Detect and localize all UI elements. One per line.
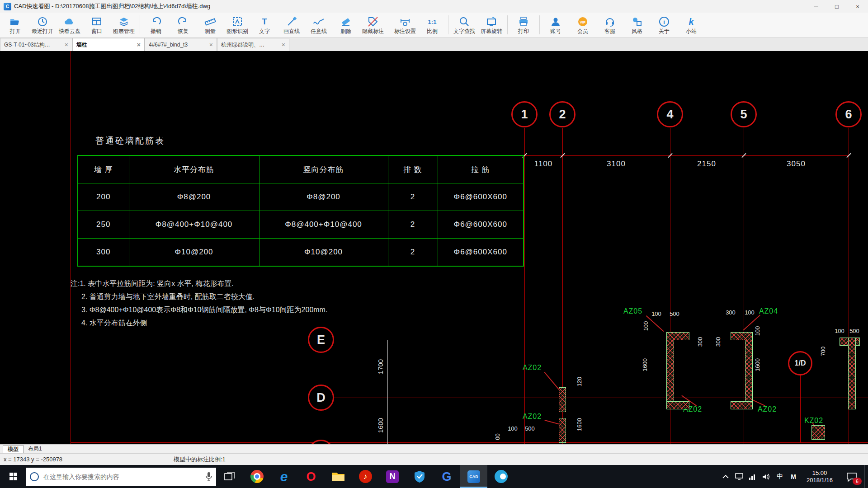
maximize-button[interactable]: □ [826, 0, 847, 13]
start-button[interactable] [0, 465, 26, 488]
svg-text:k: k [689, 17, 694, 27]
table-cell: Φ6@600X600 [438, 239, 524, 267]
tray-pc-button[interactable] [732, 465, 746, 488]
print-button[interactable]: 打印 [510, 13, 537, 37]
document-tab[interactable]: 4#6#7#_bind_t3 × [145, 38, 217, 51]
account-button[interactable]: 账号 [542, 13, 569, 37]
toolbar-label: 关于 [659, 28, 670, 34]
grid-line [800, 375, 801, 443]
k-logo-icon: k [686, 16, 697, 28]
tray-expand-button[interactable] [719, 465, 732, 488]
close-icon[interactable]: × [65, 41, 68, 48]
layer-manager-button[interactable]: 图层管理 [110, 13, 137, 37]
taskbar-clock[interactable]: 15:00 2018/1/16 [800, 469, 839, 484]
taskbar-app-music[interactable]: ♪ [352, 465, 379, 488]
shape-recognition-button[interactable]: 图形识别 [224, 13, 251, 37]
taskbar-app-security[interactable] [406, 465, 433, 488]
grid-line [71, 51, 71, 444]
system-tray: 中 M 15:00 2018/1/16 6 [719, 465, 868, 488]
cursor-coordinates: x = 17343 y = -250978 [4, 456, 166, 463]
table-cell: Φ8@400+Φ10@400 [259, 211, 388, 239]
app-window: C CAD快速看图 - D:\20170608施工图出图归档\02结构\地上\4… [0, 0, 868, 488]
recognition-icon [232, 16, 243, 28]
taskbar-app-file-explorer[interactable] [325, 465, 352, 488]
delete-button[interactable]: 删除 [332, 13, 359, 37]
task-view-button[interactable] [216, 465, 243, 488]
blue-app-icon [495, 470, 508, 483]
table-cell: 250 [78, 211, 129, 239]
windows-taskbar: e O ♪ N G CAD [0, 465, 868, 488]
text-button[interactable]: T 文字 [251, 13, 278, 37]
input-method-indicator[interactable]: 中 [773, 465, 787, 488]
grid-bubble: 5 [731, 101, 757, 127]
style-button[interactable]: 风格 [623, 13, 651, 37]
draw-line-button[interactable]: 画直线 [278, 13, 305, 37]
redo-button[interactable]: 恢复 [170, 13, 197, 37]
toolbar-label: 文字查找 [453, 28, 475, 34]
table-header-cell: 竖向分布筋 [259, 155, 388, 183]
close-icon[interactable]: × [137, 41, 141, 48]
close-icon[interactable]: × [209, 41, 213, 48]
toolbar-label: 小站 [686, 28, 697, 34]
taskbar-app-onenote[interactable]: N [379, 465, 406, 488]
screen-rotate-button[interactable]: 屏幕旋转 [478, 13, 505, 37]
wall-section [848, 338, 856, 409]
dimension-label: 100 [754, 322, 761, 340]
toolbar-label: 文字 [259, 28, 270, 34]
note-line: 3. Φ8@400+Φ10@400表示Φ8和Φ10钢筋间隔放置, Φ8与Φ10间… [81, 305, 327, 315]
microphone-icon[interactable] [205, 472, 212, 482]
taskbar-app-cad-active[interactable]: CAD [460, 465, 487, 488]
svg-text:VIP: VIP [580, 20, 586, 24]
tray-network-button[interactable] [746, 465, 760, 488]
search-input[interactable] [42, 473, 205, 481]
dimension-label: 3100 [598, 160, 634, 169]
tab-layout1[interactable]: 布局1 [24, 445, 47, 453]
taskbar-app-opera[interactable]: O [297, 465, 325, 488]
tab-label: GS-T-01~03结构… [4, 41, 62, 49]
document-tab[interactable]: GS-T-01~03结构… × [0, 38, 72, 51]
customer-service-button[interactable]: 客服 [596, 13, 623, 37]
free-line-button[interactable]: 任意线 [305, 13, 332, 37]
minimize-button[interactable]: ─ [806, 0, 826, 13]
close-icon[interactable]: × [282, 41, 285, 48]
table-cell: Φ6@600X600 [438, 211, 524, 239]
action-center-button[interactable]: 6 [839, 465, 864, 488]
cortana-icon [30, 472, 39, 481]
wall-label: AZ02 [519, 413, 546, 421]
measure-button[interactable]: 测量 [197, 13, 224, 37]
annotation-settings-button[interactable]: 标注设置 [392, 13, 419, 37]
scale-button[interactable]: 1:1 比例 [419, 13, 446, 37]
taskbar-app-blue[interactable] [487, 465, 514, 488]
drawing-canvas[interactable]: 1 2 4 5 6 1100 3100 2150 3050 普通砼墙配筋表 墙 … [0, 51, 868, 444]
grid-line [71, 442, 868, 443]
vip-member-button[interactable]: VIP 会员 [569, 13, 596, 37]
toolbar-label: 打开 [10, 28, 21, 34]
wall-label: KZ02 [800, 417, 827, 425]
taskbar-app-chrome[interactable] [243, 465, 270, 488]
open-button[interactable]: 打开 [2, 13, 29, 37]
document-tab[interactable]: 杭州绿都说明、… × [217, 38, 289, 51]
tray-volume-button[interactable] [760, 465, 773, 488]
show-desktop-button[interactable] [864, 465, 868, 488]
about-button[interactable]: i 关于 [651, 13, 678, 37]
document-tab-active[interactable]: 墙柱 × [72, 38, 145, 51]
chevron-up-icon [722, 474, 729, 479]
window-button[interactable]: 窗口 [83, 13, 110, 37]
taskbar-app-google[interactable]: G [433, 465, 460, 488]
reinforcement-table: 墙 厚 水平分布筋 竖向分布筋 排 数 拉 筋 200 Φ8@200 Φ8@20… [77, 155, 524, 267]
close-button[interactable]: × [847, 0, 868, 13]
recent-open-button[interactable]: 最近打开 [29, 13, 56, 37]
toolbar-label: 图形识别 [226, 28, 248, 34]
site-button[interactable]: k 小站 [678, 13, 705, 37]
undo-button[interactable]: 撤销 [142, 13, 170, 37]
text-find-button[interactable]: 文字查找 [451, 13, 478, 37]
tab-model[interactable]: 模型 [3, 445, 24, 453]
cloud-drive-button[interactable]: 快看云盘 [56, 13, 83, 37]
taskbar-app-edge[interactable]: e [270, 465, 297, 488]
tray-m-app-button[interactable]: M [787, 465, 800, 488]
app-logo-icon: C [4, 3, 11, 10]
document-tabbar: GS-T-01~03结构… × 墙柱 × 4#6#7#_bind_t3 × 杭州… [0, 38, 868, 51]
hide-annotation-button[interactable]: 隐藏标注 [359, 13, 387, 37]
taskbar-search[interactable] [26, 468, 216, 486]
wall-label: AZ05 [619, 307, 646, 315]
